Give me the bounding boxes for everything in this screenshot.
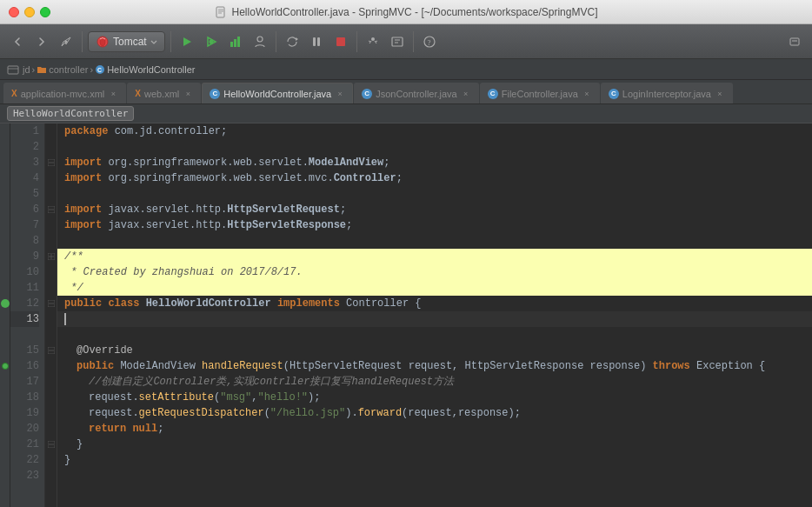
breadcrumb-jd[interactable]: jd [23, 64, 30, 75]
code-line-18: request. setAttribute ( "msg" , "hello!"… [57, 390, 812, 405]
bp-3 [0, 155, 10, 170]
tomcat-label: Tomcat [113, 36, 147, 48]
bp-9 [0, 249, 10, 264]
separator-3 [276, 31, 276, 52]
ln-18: 18 [10, 390, 39, 405]
breadcrumb-controller[interactable]: controller [49, 64, 88, 75]
tab-web-xml[interactable]: X web.xml × [127, 83, 201, 103]
svg-point-18 [371, 37, 375, 41]
tab-logininterceptor[interactable]: C LoginInterceptor.java × [601, 83, 733, 103]
class-icon: C [95, 64, 105, 75]
tab-label-login: LoginInterceptor.java [622, 89, 711, 99]
tab-filecontroller[interactable]: C FileController.java × [480, 83, 600, 103]
svg-rect-23 [392, 37, 403, 46]
suspend-button[interactable] [306, 31, 327, 52]
code-line-9: /** [57, 249, 812, 264]
tab-close-json[interactable]: × [461, 89, 471, 99]
fold-marker-21[interactable] [48, 441, 55, 448]
help-button[interactable]: ? [419, 31, 440, 52]
tab-jsoncontroller[interactable]: C JsonController.java × [354, 83, 479, 103]
svg-rect-17 [336, 37, 345, 46]
ln-5: 5 [10, 186, 39, 202]
fold-marker-3[interactable] [48, 159, 55, 166]
separator-5 [413, 31, 414, 52]
profile-button[interactable] [250, 31, 270, 52]
bp-20 [0, 421, 10, 437]
tab-close-hwc[interactable]: × [335, 89, 345, 99]
fold-marker-15[interactable] [48, 347, 55, 354]
fold-marker-6[interactable] [48, 206, 55, 213]
bp-6 [0, 202, 10, 217]
svg-text:?: ? [427, 38, 430, 47]
close-toolbar-button[interactable] [784, 31, 805, 52]
main-area: 1 2 3 4 5 6 7 8 9 10 11 12 13 15 16 17 1… [0, 123, 812, 507]
ln-9: 9 [10, 249, 39, 264]
stop-button[interactable] [330, 31, 351, 52]
svg-rect-10 [230, 42, 233, 47]
tabs-bar: X application-mvc.xml × X web.xml × C He… [0, 80, 812, 104]
line-numbers: 1 2 3 4 5 6 7 8 9 10 11 12 13 15 16 17 1… [10, 123, 45, 507]
maximize-button[interactable] [40, 7, 50, 17]
bp-16[interactable] [0, 358, 10, 374]
tab-close-file[interactable]: × [582, 89, 592, 99]
tab-application-mvc[interactable]: X application-mvc.xml × [3, 83, 126, 103]
bp-5 [0, 186, 10, 202]
tab-close-application-mvc[interactable]: × [108, 89, 118, 99]
tab-close-login[interactable]: × [715, 89, 725, 99]
code-line-21: } [57, 437, 812, 452]
ln-8: 8 [10, 233, 39, 249]
xml-icon-2: X [135, 89, 141, 98]
back-button[interactable] [7, 31, 28, 52]
run-button[interactable] [176, 31, 197, 52]
ln-15: 15 [10, 343, 39, 358]
window-title: HelloWorldController.java - SpringMVC - … [215, 6, 598, 18]
fold-marker-9[interactable] [48, 253, 55, 260]
bp-10 [0, 264, 10, 280]
code-line-5 [57, 186, 812, 202]
bp-12[interactable] [0, 296, 10, 311]
tomcat-selector[interactable]: Tomcat [88, 31, 165, 52]
tab-close-web[interactable]: × [183, 89, 193, 99]
forward-button[interactable] [31, 31, 52, 52]
bp-8 [0, 233, 10, 249]
ln-1: 1 [10, 123, 39, 139]
svg-rect-0 [216, 7, 224, 17]
breadcrumb-class[interactable]: HelloWorldController [107, 64, 195, 75]
coverage-button[interactable] [225, 31, 246, 52]
separator-1 [82, 31, 83, 52]
ant-button[interactable] [363, 31, 383, 52]
code-line-7: import javax.servlet.http.HttpServletRes… [57, 217, 812, 233]
build-button[interactable] [56, 31, 77, 52]
svg-rect-16 [317, 37, 320, 46]
fold-marker-12[interactable] [48, 300, 55, 307]
minimize-button[interactable] [24, 7, 35, 17]
code-line-22: } [57, 452, 812, 468]
ln-4: 4 [10, 170, 39, 186]
ln-12: 12 [10, 296, 39, 311]
classname-label: HelloWorldController [0, 104, 812, 123]
code-line-16: public ModelAndView handleRequest ( Http… [57, 358, 812, 374]
tomcat-icon [96, 35, 110, 49]
java-icon-4: C [609, 89, 619, 99]
ln-16: 16 [10, 358, 39, 374]
separator-4 [356, 31, 357, 52]
dropdown-arrow-icon [150, 38, 157, 45]
svg-line-22 [376, 41, 377, 42]
code-editor[interactable]: package com.jd.controller; import org.sp… [57, 123, 812, 507]
ln-14 [10, 327, 39, 343]
ln-7: 7 [10, 217, 39, 233]
svg-line-21 [369, 41, 370, 42]
title-bar: HelloWorldController.java - SpringMVC - … [0, 0, 812, 24]
debug-button[interactable] [201, 31, 222, 52]
classname-badge: HelloWorldController [7, 106, 134, 121]
tab-helloworldcontroller[interactable]: C HelloWorldController.java × [202, 83, 353, 103]
bp-22 [0, 452, 10, 468]
document-icon [215, 6, 227, 18]
folder-icon [37, 64, 47, 75]
close-button[interactable] [9, 7, 19, 17]
bp-23 [0, 468, 10, 484]
breadcrumb: jd › controller › C HelloWorldController [0, 59, 812, 80]
svg-marker-14 [296, 37, 298, 41]
update-button[interactable] [282, 31, 303, 52]
sdk-button[interactable] [387, 31, 408, 52]
